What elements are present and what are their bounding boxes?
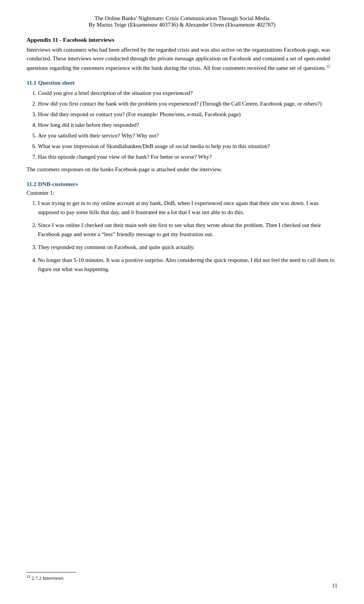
- customer-response-4: No longer than 5-10 minutes. It was a po…: [38, 255, 337, 274]
- footnote-section: 12 2.7.2 Interviews: [27, 572, 76, 581]
- appendix-heading: Appendix 11 - Facebook interviews: [27, 36, 337, 43]
- dnb-section-heading: 11.2 DNB-customers: [27, 181, 337, 188]
- question-3: How did they respond or contact you? (Fo…: [38, 110, 337, 119]
- customer-response-3: They responded my comment on Facebook, a…: [38, 243, 337, 252]
- page-header: The Online Banks' Nightmare: Crisis Comm…: [27, 15, 337, 28]
- question-7: Has this episode changed your view of th…: [38, 152, 337, 161]
- footnote-label: 2.7.2 Interviews: [31, 575, 63, 581]
- intro-paragraph: Interviews with customers who had been a…: [27, 46, 337, 73]
- customers-note: The customers responses on the banks Fac…: [27, 165, 337, 174]
- footnote-text: 12 2.7.2 Interviews: [27, 574, 76, 581]
- footnote-superscript: 12: [27, 574, 30, 579]
- question-2: How did you first contact the bank with …: [38, 99, 337, 108]
- footnote-ref-12: 12: [326, 64, 330, 68]
- header-title-line2: By Marius Teige (Eksamensnr 403736) & Al…: [27, 22, 337, 28]
- customer-response-1: I was trying to get in to my online acco…: [38, 199, 337, 217]
- question-6: What was your impression of Skandiabanke…: [38, 142, 337, 151]
- question-list: Could you give a brief description of th…: [38, 88, 337, 161]
- intro-text-content: Interviews with customers who had been a…: [27, 47, 330, 71]
- header-title-line1: The Online Banks' Nightmare: Crisis Comm…: [27, 15, 337, 22]
- customer-response-2: Since I was online I checked out their m…: [38, 221, 337, 239]
- question-1: Could you give a brief description of th…: [38, 88, 337, 98]
- page-number: 11: [332, 582, 337, 589]
- customer-label: Customer 1:: [27, 190, 337, 196]
- customer-response-list: I was trying to get in to my online acco…: [38, 199, 337, 274]
- question-5: Are you satisfied with their service? Wh…: [38, 131, 337, 140]
- question-4: How long did it take before they respond…: [38, 120, 337, 129]
- question-sheet-heading: 11.1 Question sheet: [27, 79, 337, 86]
- page: The Online Banks' Nightmare: Crisis Comm…: [0, 0, 364, 604]
